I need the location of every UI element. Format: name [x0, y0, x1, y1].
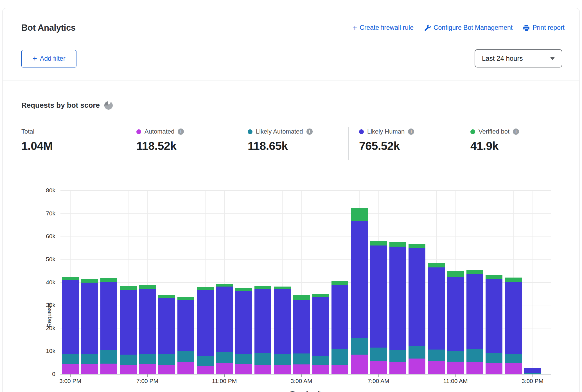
h-gridline [60, 190, 551, 191]
bar-9-00-pm[interactable] [177, 297, 194, 374]
bar-5-00-am[interactable] [331, 281, 348, 374]
bar-segment-automated [428, 361, 445, 374]
bar-1-00-pm[interactable] [486, 275, 502, 374]
bar-segment-likely-automated [254, 353, 271, 365]
bar-segment-likely-human [62, 280, 79, 354]
bar-4-00-pm[interactable] [81, 279, 98, 374]
bar-segment-verified-bot [235, 288, 252, 291]
info-icon[interactable]: i [408, 129, 414, 135]
legend-stat-verified-bot[interactable]: Verified boti41.9k [470, 127, 519, 153]
bar-segment-verified-bot [62, 277, 79, 280]
bar-4-00-am[interactable] [312, 294, 329, 374]
bar-10-00-am[interactable] [428, 263, 445, 374]
y-axis-tick-label: 60k [33, 233, 55, 240]
bar-10-00-pm[interactable] [197, 287, 214, 374]
x-axis-tick-label: 3:00 PM [48, 378, 93, 384]
bar-segment-verified-bot [486, 275, 502, 279]
bar-segment-verified-bot [254, 286, 271, 289]
y-axis-tick-label: 50k [33, 256, 55, 263]
h-gridline [60, 236, 551, 236]
y-axis-tick-label: 10k [33, 348, 55, 354]
bar-6-00-pm[interactable] [120, 286, 137, 374]
bar-segment-likely-automated [177, 351, 194, 362]
bar-11-00-pm[interactable] [216, 284, 233, 374]
legend-stat-likely-human[interactable]: Likely Humani765.52k [359, 127, 414, 153]
bar-7-00-pm[interactable] [139, 285, 156, 374]
bar-segment-verified-bot [120, 286, 137, 290]
bar-12-00-pm[interactable] [466, 270, 483, 374]
time-range-dropdown[interactable]: Last 24 hours [475, 49, 562, 67]
bar-3-00-am[interactable] [293, 295, 310, 374]
bar-segment-automated [389, 362, 406, 374]
bar-segment-automated [62, 364, 79, 374]
bar-7-00-am[interactable] [370, 241, 387, 374]
stat-divider [460, 127, 460, 160]
bar-9-00-am[interactable] [409, 244, 425, 374]
bar-segment-likely-human [293, 300, 310, 353]
bar-segment-likely-automated [235, 354, 252, 364]
bot-analytics-card: Bot Analytics + Create firewall rule Con… [3, 8, 579, 392]
h-gridline [60, 259, 551, 260]
bar-segment-verified-bot [428, 263, 445, 267]
bar-segment-automated [120, 365, 137, 374]
info-icon[interactable]: i [306, 129, 313, 135]
bar-segment-likely-human [505, 282, 522, 354]
bar-segment-likely-human [312, 297, 329, 356]
bar-segment-likely-automated [466, 349, 483, 362]
bar-6-00-am[interactable] [351, 208, 368, 374]
print-report-link[interactable]: Print report [523, 24, 565, 31]
bar-segment-likely-human [81, 283, 98, 353]
bar-segment-likely-human [158, 298, 175, 354]
legend-stat-likely-automated[interactable]: Likely Automatedi118.65k [248, 127, 313, 153]
legend-stat-automated[interactable]: Automatedi118.52k [136, 127, 184, 153]
bar-segment-likely-human [216, 287, 233, 352]
bar-2-00-am[interactable] [274, 287, 291, 374]
bar-segment-likely-human [274, 289, 291, 354]
bar-segment-likely-human [351, 221, 368, 338]
bar-segment-automated [331, 365, 348, 374]
y-axis-tick-label: 30k [33, 302, 55, 308]
info-icon[interactable]: i [513, 129, 519, 135]
stat-value: 765.52k [359, 139, 414, 153]
bar-3-00-pm[interactable] [524, 368, 541, 374]
bar-segment-verified-bot [81, 279, 98, 283]
bar-12-00-am[interactable] [235, 288, 252, 374]
info-icon[interactable]: i [178, 129, 184, 135]
bar-segment-likely-human [177, 300, 194, 351]
bar-8-00-pm[interactable] [158, 295, 175, 374]
bar-segment-verified-bot [274, 287, 291, 289]
x-axis-tick [533, 374, 533, 377]
bar-segment-automated [505, 363, 522, 374]
bar-segment-verified-bot [177, 297, 194, 300]
create-firewall-rule-link[interactable]: + Create firewall rule [353, 24, 414, 31]
configure-bot-management-link[interactable]: Configure Bot Management [424, 24, 513, 31]
bar-segment-likely-automated [428, 350, 445, 361]
x-axis-tick [147, 374, 148, 377]
bar-segment-likely-automated [447, 351, 464, 362]
x-axis-tick [378, 374, 379, 377]
add-filter-button[interactable]: + Add filter [21, 50, 76, 67]
x-axis-title: Time (local) [60, 390, 551, 392]
bar-segment-likely-human [197, 290, 214, 356]
bar-2-00-pm[interactable] [505, 278, 522, 374]
bar-segment-automated [409, 359, 425, 374]
stat-label: Total [21, 128, 34, 135]
pie-chart-icon [104, 101, 113, 110]
bar-8-00-am[interactable] [389, 242, 406, 374]
bar-3-00-pm[interactable] [62, 277, 79, 374]
stat-divider [237, 127, 237, 160]
bar-1-00-am[interactable] [254, 286, 271, 374]
bar-segment-automated [254, 365, 271, 374]
bar-segment-verified-bot [466, 270, 483, 274]
bar-11-00-am[interactable] [447, 271, 464, 374]
bar-segment-verified-bot [447, 271, 464, 277]
stat-divider [348, 127, 349, 160]
stat-value: 118.65k [248, 139, 313, 153]
bar-segment-likely-automated [389, 350, 406, 362]
bar-segment-automated [274, 365, 291, 374]
bar-segment-verified-bot [351, 208, 368, 221]
bar-5-00-pm[interactable] [100, 278, 117, 374]
bar-segment-automated [81, 364, 98, 374]
bar-segment-automated [197, 366, 214, 374]
x-axis-tick-label: 3:00 AM [279, 378, 324, 384]
